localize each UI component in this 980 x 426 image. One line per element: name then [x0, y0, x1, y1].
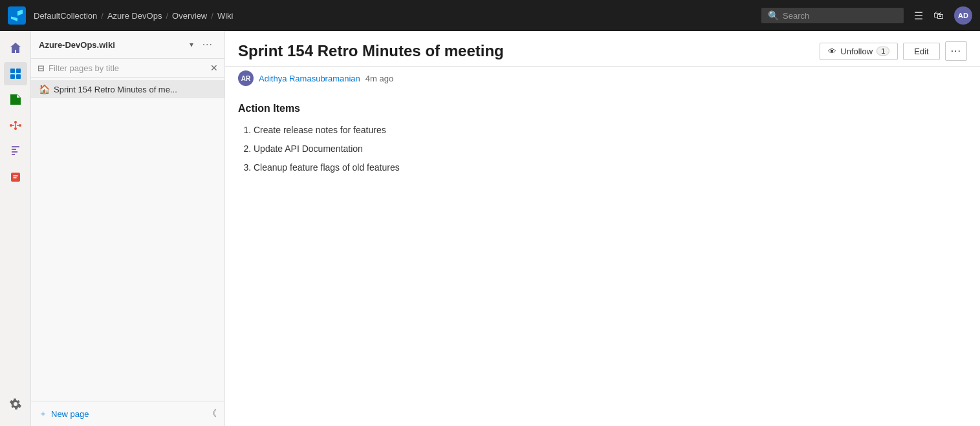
global-search[interactable]: 🔍 — [761, 8, 904, 23]
unfollow-button[interactable]: 👁 Unfollow 1 — [820, 43, 898, 60]
action-item-1: Create release notes for features — [254, 122, 967, 138]
svg-point-6 — [10, 124, 12, 127]
tree-item-sprint[interactable]: 🏠 Sprint 154 Retro Minutes of me... — [31, 80, 224, 98]
breadcrumb-collection[interactable]: DefaultCollection — [34, 11, 97, 21]
svg-rect-3 — [16, 74, 21, 79]
content-area: Sprint 154 Retro Minutes of meeting 👁 Un… — [225, 31, 980, 426]
unfollow-count: 1 — [877, 47, 889, 56]
tree-item-label: Sprint 154 Retro Minutes of me... — [54, 85, 177, 94]
activity-item-boards[interactable] — [4, 62, 27, 85]
list-icon[interactable]: ☰ — [914, 10, 923, 22]
topbar: DefaultCollection / Azure DevOps / Overv… — [0, 0, 980, 31]
sidebar-footer: ＋ New page 《 — [31, 401, 224, 426]
user-avatar[interactable]: AD — [954, 6, 972, 25]
wiki-more-button[interactable]: ··· — [199, 37, 217, 52]
unfollow-icon: 👁 — [828, 47, 836, 56]
wiki-sidebar: Azure-DevOps.wiki ▾ ··· ⊟ ✕ 🏠 Sprint 154… — [31, 31, 225, 426]
activity-item-home[interactable] — [4, 36, 27, 59]
tree-items: 🏠 Sprint 154 Retro Minutes of me... — [31, 78, 224, 401]
edit-button[interactable]: Edit — [903, 43, 939, 60]
breadcrumb-wiki[interactable]: Wiki — [217, 11, 234, 21]
search-input[interactable] — [783, 11, 886, 21]
filter-input[interactable] — [49, 63, 206, 73]
search-icon: 🔍 — [768, 10, 779, 21]
plus-icon: ＋ — [39, 408, 47, 420]
breadcrumb-project[interactable]: Azure DevOps — [107, 11, 162, 21]
tree-item-home-icon: 🏠 — [39, 84, 50, 94]
activity-item-testplans[interactable] — [4, 140, 27, 163]
more-actions-button[interactable]: ··· — [945, 41, 967, 61]
activity-item-artifacts[interactable] — [4, 165, 27, 189]
edit-time: 4m ago — [365, 74, 393, 83]
svg-point-5 — [14, 127, 17, 130]
activity-item-repos[interactable] — [4, 88, 27, 111]
page-title: Sprint 154 Retro Minutes of meeting — [238, 42, 812, 60]
author-name[interactable]: Adithya Ramasubramanian — [259, 74, 360, 83]
action-item-2: Update API Documentation — [254, 141, 967, 157]
svg-rect-1 — [16, 69, 21, 73]
breadcrumb-overview[interactable]: Overview — [172, 11, 207, 21]
svg-rect-11 — [11, 173, 20, 182]
breadcrumb: DefaultCollection / Azure DevOps / Overv… — [34, 11, 233, 21]
svg-rect-0 — [10, 69, 15, 73]
action-item-3: Cleanup feature flags of old features — [254, 160, 967, 176]
activity-bar — [0, 31, 31, 426]
svg-point-7 — [19, 124, 21, 127]
azure-devops-logo — [8, 6, 26, 25]
unfollow-label: Unfollow — [840, 47, 873, 56]
svg-rect-2 — [10, 74, 15, 79]
collapse-sidebar-button[interactable]: 《 — [208, 408, 217, 420]
filter-clear-button[interactable]: ✕ — [210, 63, 218, 73]
sidebar-header: Azure-DevOps.wiki ▾ ··· — [31, 31, 224, 59]
author-row: AR Adithya Ramasubramanian 4m ago — [225, 67, 980, 92]
filter-icon: ⊟ — [38, 63, 45, 73]
wiki-dropdown-chevron[interactable]: ▾ — [187, 39, 196, 50]
bag-icon[interactable]: 🛍 — [933, 10, 944, 21]
content-body: Action Items Create release notes for fe… — [225, 92, 980, 426]
new-page-button[interactable]: ＋ New page — [39, 408, 89, 420]
author-avatar: AR — [238, 70, 254, 86]
action-items-list: Create release notes for features Update… — [238, 122, 967, 176]
settings-icon[interactable] — [4, 392, 27, 416]
content-header: Sprint 154 Retro Minutes of meeting 👁 Un… — [225, 31, 980, 67]
section-title: Action Items — [238, 103, 967, 114]
svg-point-4 — [14, 121, 17, 123]
action-buttons: 👁 Unfollow 1 Edit ··· — [820, 41, 967, 61]
filter-bar: ⊟ ✕ — [31, 59, 224, 78]
wiki-title: Azure-DevOps.wiki — [39, 40, 184, 50]
new-page-label: New page — [51, 409, 89, 419]
activity-item-pipelines[interactable] — [4, 114, 27, 137]
